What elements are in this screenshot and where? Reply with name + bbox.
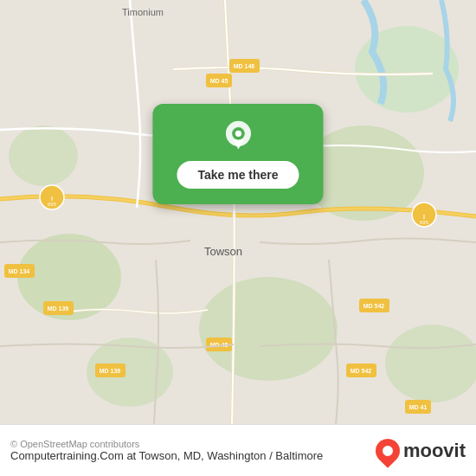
svg-point-3 [199, 277, 338, 381]
moovit-pin-icon [370, 434, 405, 468]
svg-text:MD 134: MD 134 [9, 268, 30, 274]
svg-text:I: I [423, 214, 425, 220]
svg-text:MD 146: MD 146 [234, 63, 255, 69]
location-pin-icon [221, 119, 255, 154]
svg-text:695: 695 [420, 220, 429, 225]
svg-text:Timonium: Timonium [122, 7, 164, 17]
copyright-text: © OpenStreetMap contributors [10, 439, 323, 449]
moovit-logo: moovit [376, 439, 466, 463]
svg-point-7 [9, 125, 78, 186]
map-svg: I 695 I 695 MD 45 MD 45 MD 146 MD 146 MD… [0, 0, 476, 424]
location-text: Computertraining.Com at Towson, MD, Wash… [10, 449, 323, 462]
svg-point-4 [385, 325, 476, 402]
footer-text: © OpenStreetMap contributors Computertra… [10, 439, 323, 462]
svg-point-38 [235, 131, 241, 137]
svg-text:Towson: Towson [204, 245, 242, 258]
svg-text:MD 139: MD 139 [48, 306, 69, 312]
take-me-there-button[interactable]: Take me there [177, 161, 299, 189]
svg-text:695: 695 [48, 202, 57, 207]
popup-card: Take me there [152, 104, 323, 204]
svg-text:MD 139: MD 139 [100, 368, 121, 374]
svg-text:MD 542: MD 542 [363, 303, 385, 309]
footer: © OpenStreetMap contributors Computertra… [0, 424, 476, 476]
moovit-brand-text: moovit [403, 440, 466, 462]
map-container: I 695 I 695 MD 45 MD 45 MD 146 MD 146 MD… [0, 0, 476, 424]
svg-text:MD 41: MD 41 [409, 404, 428, 410]
svg-text:MD 45: MD 45 [210, 78, 228, 84]
svg-text:MD 542: MD 542 [351, 368, 372, 374]
svg-text:I: I [51, 196, 53, 202]
